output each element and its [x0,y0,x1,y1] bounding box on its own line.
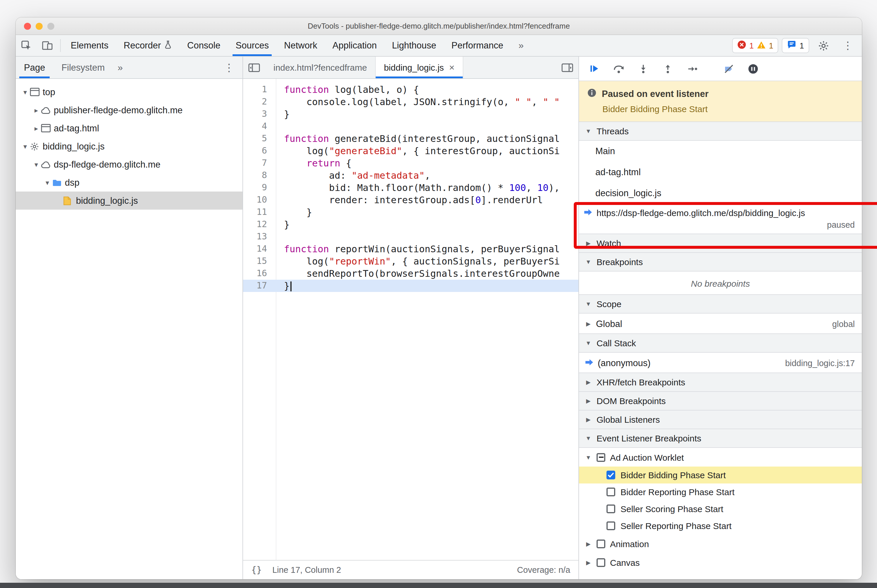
step-icon[interactable] [682,59,703,78]
checkbox-unchecked[interactable] [606,521,615,530]
line-number[interactable]: 7 [243,157,276,170]
line-number[interactable]: 12 [243,218,276,231]
navigator-kebab-menu-icon[interactable]: ⋮ [216,57,242,78]
expander-open-icon[interactable]: ▾ [20,88,30,96]
checkbox-indeterminate[interactable] [597,453,605,462]
tree-item-dsp-fledge-demo-glitch-me[interactable]: ▾dsp-fledge-demo.glitch.me [16,155,242,173]
dom-breakpoints-section-header[interactable]: ▶ DOM Breakpoints [579,391,862,411]
triangle-down-icon[interactable]: ▼ [585,454,592,460]
minimize-window-icon[interactable] [36,22,43,30]
elb-group-animation[interactable]: ▶Animation [579,534,862,553]
xhr-breakpoints-section-header[interactable]: ▶ XHR/fetch Breakpoints [579,372,862,392]
triangle-right-icon[interactable]: ▶ [585,540,592,547]
line-number[interactable]: 1 [243,84,276,96]
expander-open-icon[interactable]: ▾ [20,142,30,150]
hide-navigator-icon[interactable] [243,57,265,78]
elb-item-bidder-reporting-phase-start[interactable]: Bidder Reporting Phase Start [579,483,862,500]
device-toolbar-icon[interactable] [37,35,58,56]
tree-item-publisher-fledge-demo-glitch-me[interactable]: ▸publisher-fledge-demo.glitch.me [16,101,242,119]
expander-open-icon[interactable]: ▾ [43,178,52,186]
checkbox-unchecked[interactable] [597,539,605,548]
more-navigator-tabs-icon[interactable]: » [113,57,128,78]
tree-item-top[interactable]: ▾top [16,83,242,101]
line-number[interactable]: 14 [243,243,276,255]
event-listener-breakpoints-section-header[interactable]: ▼ Event Listener Breakpoints [579,429,862,448]
elb-item-seller-reporting-phase-start[interactable]: Seller Reporting Phase Start [579,518,862,534]
step-out-icon[interactable] [657,59,678,78]
checkbox-checked[interactable] [606,471,615,479]
global-listeners-section-header[interactable]: ▶ Global Listeners [579,410,862,429]
elb-item-bidder-bidding-phase-start[interactable]: Bidder Bidding Phase Start [579,466,862,483]
line-number[interactable]: 10 [243,194,276,206]
triangle-right-icon[interactable]: ▶ [585,559,592,566]
line-number[interactable]: 16 [243,267,276,280]
errors-warnings-button[interactable]: 1 1 [733,38,779,53]
show-debugger-icon[interactable] [556,57,578,78]
inspect-element-icon[interactable] [16,35,37,56]
scope-section-header[interactable]: ▼ Scope [579,294,862,314]
expander-open-icon[interactable]: ▾ [32,160,41,168]
line-number[interactable]: 6 [243,145,276,157]
thread-row-decision-logic[interactable]: decision_logic.js [579,183,862,204]
close-window-icon[interactable] [24,22,31,30]
line-number[interactable]: 2 [243,96,276,108]
thread-row-main[interactable]: Main [579,141,862,162]
step-into-icon[interactable] [633,59,654,78]
checkbox-unchecked[interactable] [606,504,615,513]
tab-console[interactable]: Console [180,35,228,56]
kebab-menu-icon[interactable]: ⋮ [837,39,858,52]
breakpoints-section-header[interactable]: ▼ Breakpoints [579,252,862,272]
elb-group-canvas[interactable]: ▶Canvas [579,553,862,572]
editor-tab-index-html[interactable]: index.html?fencedframe [265,57,376,78]
deactivate-breakpoints-icon[interactable] [718,59,739,78]
tree-item-bidding-logic-js[interactable]: ▾bidding_logic.js [16,137,242,155]
watch-section-header[interactable]: ▶ Watch [579,234,862,253]
close-icon[interactable]: × [449,62,454,73]
thread-row-bidding-logic-paused[interactable]: https://dsp-fledge-demo.glitch.me/dsp/bi… [579,204,862,234]
pretty-print-button[interactable]: {} [251,565,262,575]
tab-elements[interactable]: Elements [63,35,116,56]
elb-item-seller-scoring-phase-start[interactable]: Seller Scoring Phase Start [579,500,862,518]
line-number[interactable]: 15 [243,255,276,267]
pause-on-exceptions-icon[interactable] [743,59,764,78]
line-number[interactable]: 9 [243,182,276,194]
line-number[interactable]: 11 [243,206,276,218]
call-stack-frame-row[interactable]: (anonymous) bidding_logic.js:17 [579,352,862,373]
tab-page[interactable]: Page [16,57,53,78]
tree-item-ad-tag-html[interactable]: ▸ad-tag.html [16,119,242,137]
expander-closed-icon[interactable]: ▸ [32,106,41,114]
tab-sources[interactable]: Sources [228,35,277,56]
issues-button[interactable]: 1 [782,38,809,53]
line-content: ad: "ad-metadata", [276,170,578,182]
settings-gear-icon[interactable] [813,40,834,51]
tab-filesystem[interactable]: Filesystem [53,57,113,78]
checkbox-unchecked[interactable] [606,488,615,496]
checkbox-unchecked[interactable] [597,558,605,567]
tab-recorder[interactable]: Recorder [116,35,180,56]
line-number[interactable]: 3 [243,108,276,120]
tab-application[interactable]: Application [325,35,384,56]
line-number[interactable]: 4 [243,120,276,132]
line-number[interactable]: 8 [243,170,276,182]
scope-global-row[interactable]: ▶ Global global [579,314,862,334]
call-stack-section-header[interactable]: ▼ Call Stack [579,333,862,352]
line-number[interactable]: 5 [243,132,276,145]
expander-closed-icon[interactable]: ▸ [32,124,41,132]
step-over-icon[interactable] [608,59,629,78]
code-editor[interactable]: 1function log(label, o) {2 console.log(l… [243,79,578,560]
editor-tab-bidding-logic[interactable]: bidding_logic.js × [376,57,463,78]
more-panels-icon[interactable]: » [511,35,531,56]
resume-script-icon[interactable] [584,59,605,78]
tab-network[interactable]: Network [276,35,325,56]
zoom-window-icon[interactable] [47,22,54,30]
triangle-right-icon[interactable]: ▶ [585,321,592,327]
elb-group-ad-auction-worklet[interactable]: ▼Ad Auction Worklet [579,448,862,466]
line-number[interactable]: 13 [243,231,276,243]
tree-item-dsp[interactable]: ▾dsp [16,173,242,192]
line-number[interactable]: 17 [243,280,276,292]
threads-section-header[interactable]: ▼ Threads [579,122,862,141]
tree-item-bidding-logic-js[interactable]: bidding_logic.js [16,192,242,210]
tab-performance[interactable]: Performance [444,35,511,56]
tab-lighthouse[interactable]: Lighthouse [384,35,444,56]
thread-row-ad-tag[interactable]: ad-tag.html [579,162,862,183]
